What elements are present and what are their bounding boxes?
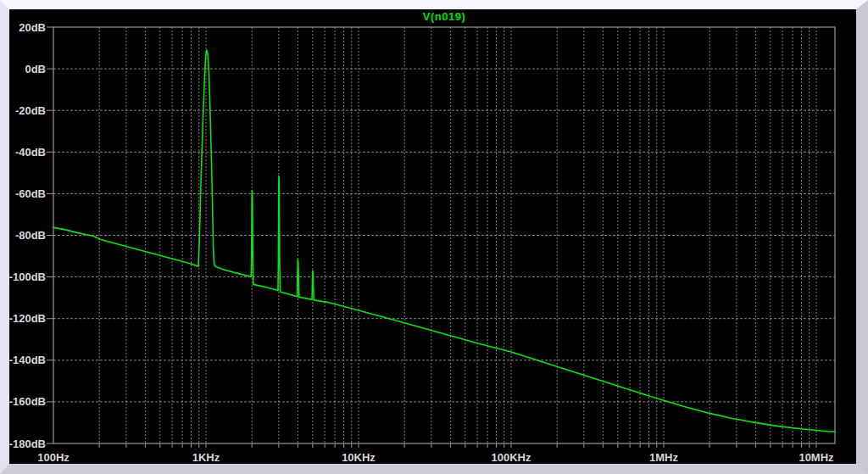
trace-legend[interactable]: V(n019) (53, 10, 835, 25)
y-axis-tick-label: -80dB (15, 229, 46, 242)
y-axis-tick-label: 20dB (19, 21, 46, 34)
y-axis-tick-label: -60dB (15, 187, 46, 200)
y-axis-tick-label: -180dB (9, 438, 46, 450)
plot-canvas[interactable]: 20dB0dB-20dB-40dB-60dB-80dB-100dB-120dB-… (9, 9, 856, 464)
x-axis-tick-label: 1MHz (649, 451, 678, 464)
y-axis-tick-label: -120dB (9, 312, 46, 325)
x-axis-tick-label: 10KHz (342, 451, 376, 464)
x-axis-tick-label: 10MHz (798, 451, 834, 464)
y-axis-tick-label: -20dB (15, 104, 46, 117)
x-axis-tick-label: 1KHz (192, 451, 220, 464)
plot-pane-frame: V(n019) 20dB0dB-20dB-40dB-60dB-80dB-100d… (0, 0, 868, 474)
y-axis-tick-label: -100dB (9, 270, 46, 283)
y-axis-tick-label: -140dB (9, 354, 46, 366)
plot-pane[interactable]: V(n019) 20dB0dB-20dB-40dB-60dB-80dB-100d… (9, 9, 856, 464)
x-axis-tick-label: 100Hz (37, 451, 70, 464)
x-axis-tick-label: 100KHz (492, 451, 531, 464)
fft-trace[interactable] (53, 50, 835, 432)
y-axis-tick-label: -160dB (9, 395, 46, 408)
y-axis-tick-label: 0dB (25, 63, 46, 75)
y-axis-tick-label: -40dB (15, 146, 46, 159)
